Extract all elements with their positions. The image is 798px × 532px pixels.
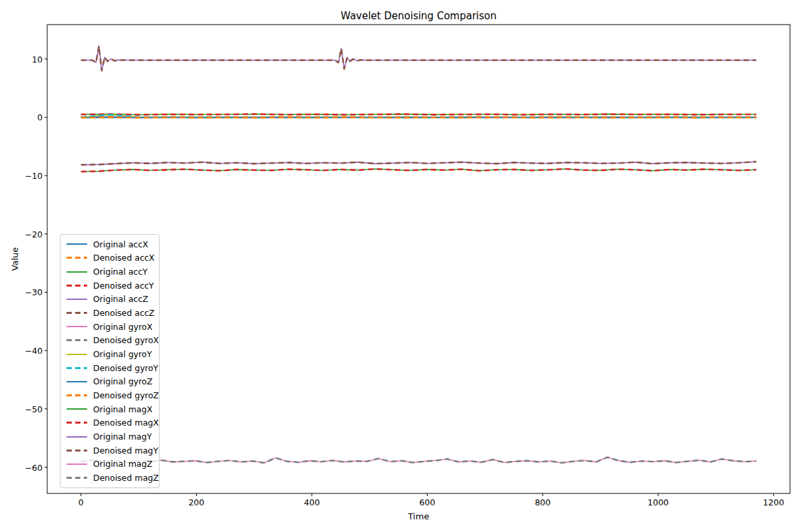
y-axis-label: Value: [10, 226, 20, 293]
legend-item-label: Denoised accZ: [93, 308, 154, 318]
legend-item: Original gyroY: [66, 348, 154, 361]
legend-line-sample: [66, 354, 87, 355]
legend-item: Denoised accZ: [66, 307, 154, 320]
legend-line-sample: [66, 381, 87, 382]
x-tick-label: 0: [78, 497, 84, 507]
legend-line-sample: [66, 326, 87, 327]
y-tick-label: −20: [25, 229, 43, 239]
y-tick-label: −60: [25, 462, 43, 472]
legend-item: Denoised magX: [66, 416, 154, 430]
legend-item-label: Original gyroY: [93, 349, 152, 359]
legend-item-label: Original accY: [93, 267, 148, 277]
legend-item-label: Denoised magX: [93, 418, 159, 428]
legend-item-label: Denoised gyroX: [93, 335, 159, 345]
legend-item: Original accY: [66, 265, 154, 279]
legend-item-label: Denoised gyroZ: [93, 390, 159, 400]
legend-item-label: Denoised gyroY: [93, 363, 158, 373]
legend-line-sample: [66, 285, 87, 287]
legend-item-label: Denoised accY: [93, 281, 154, 291]
legend-item: Original magY: [66, 430, 154, 444]
legend-item-label: Original accX: [93, 239, 148, 249]
legend-item-label: Original magY: [93, 432, 152, 442]
legend-line-sample: [66, 477, 87, 479]
legend-line-sample: [66, 257, 87, 259]
legend-line-sample: [66, 299, 87, 300]
legend-line-sample: [66, 408, 87, 410]
y-tick-label: −50: [25, 404, 43, 414]
y-tick-label: −10: [25, 171, 43, 181]
legend-item: Original magZ: [66, 458, 154, 471]
y-tick-label: −30: [25, 287, 43, 297]
x-tick-label: 400: [304, 497, 320, 507]
legend-item-label: Original magZ: [93, 459, 152, 469]
legend-item-label: Original gyroZ: [93, 376, 152, 386]
series-line-accZ-original: [81, 46, 756, 70]
legend-item: Original accZ: [66, 293, 154, 306]
x-axis-label: Time: [47, 511, 790, 521]
legend-line-sample: [66, 450, 87, 452]
legend-line-sample: [66, 394, 87, 396]
x-tick-label: 1200: [763, 497, 784, 507]
legend-line-sample: [66, 271, 87, 273]
legend-item: Original accX: [66, 237, 154, 251]
x-tick-label: 200: [188, 497, 204, 507]
x-tick-label: 600: [420, 497, 436, 507]
legend-item-label: Denoised accX: [93, 253, 154, 263]
legend-item: Original gyroX: [66, 320, 154, 333]
legend: Original accXDenoised accXOriginal accYD…: [60, 234, 160, 488]
legend-line-sample: [66, 464, 87, 465]
legend-item: Original gyroZ: [66, 375, 154, 388]
legend-item-label: Denoised magY: [93, 446, 158, 456]
legend-line-sample: [66, 422, 87, 424]
legend-line-sample: [66, 339, 87, 341]
legend-item: Denoised magZ: [66, 471, 154, 484]
legend-line-sample: [66, 367, 87, 369]
legend-line-sample: [66, 436, 87, 438]
legend-item: Denoised gyroX: [66, 334, 154, 347]
legend-item: Denoised magY: [66, 444, 154, 457]
x-tick-label: 800: [535, 497, 551, 507]
legend-item: Original magX: [66, 402, 154, 416]
figure: Wavelet Denoising Comparison Time Value …: [0, 0, 798, 532]
series-line-accZ-denoised: [81, 46, 756, 70]
legend-item: Denoised gyroY: [66, 361, 154, 374]
legend-item-label: Original gyroX: [93, 322, 152, 332]
legend-item: Denoised accY: [66, 279, 154, 292]
y-tick-label: 0: [37, 112, 43, 122]
legend-item: Denoised gyroZ: [66, 389, 154, 402]
x-tick-label: 1000: [648, 497, 669, 507]
legend-item-label: Denoised magZ: [93, 473, 159, 483]
legend-item: Denoised accX: [66, 251, 154, 265]
legend-line-sample: [66, 243, 87, 245]
legend-item-label: Original accZ: [93, 294, 148, 304]
chart-title: Wavelet Denoising Comparison: [47, 10, 790, 22]
y-tick-label: −40: [25, 346, 43, 356]
legend-item-label: Original magX: [93, 404, 152, 414]
legend-line-sample: [66, 312, 87, 314]
y-tick-label: 10: [32, 54, 43, 64]
